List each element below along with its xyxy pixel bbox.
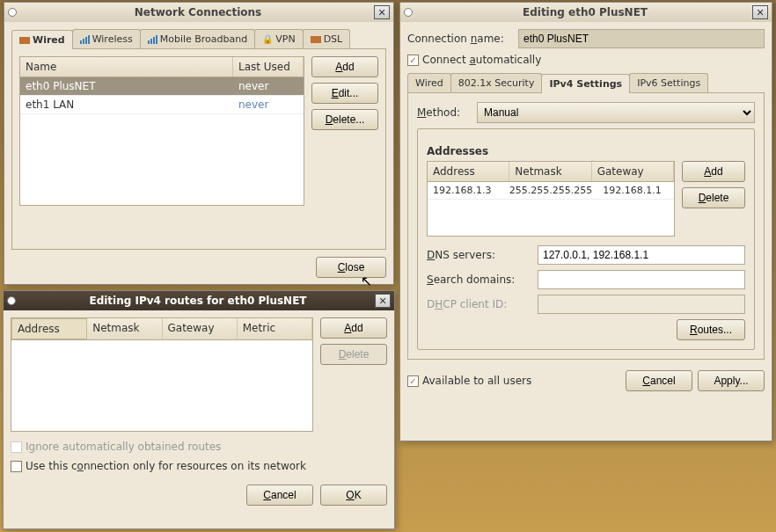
- available-all-users-checkbox[interactable]: [407, 375, 419, 387]
- window-network-connections: Network Connections ✕ Wired Wireless Mob…: [4, 2, 394, 285]
- dns-servers-input[interactable]: [538, 245, 745, 265]
- window-title: Editing IPv4 routes for eth0 PlusNET: [21, 295, 375, 307]
- window-menu-icon[interactable]: [7, 296, 16, 305]
- dhcp-client-id-label: DHCP client ID:: [427, 298, 531, 310]
- tab-dsl[interactable]: DSL: [303, 29, 351, 48]
- close-icon[interactable]: ✕: [375, 294, 391, 308]
- connection-type-tabs: Wired Wireless Mobile Broadband 🔒VPN DSL: [11, 29, 386, 49]
- col-gateway[interactable]: Gateway: [163, 318, 238, 339]
- addresses-heading: Addresses: [427, 145, 745, 157]
- close-icon[interactable]: ✕: [752, 5, 768, 19]
- only-resources-checkbox[interactable]: [11, 461, 22, 472]
- titlebar[interactable]: Editing IPv4 routes for eth0 PlusNET ✕: [4, 291, 394, 310]
- tab-ipv4[interactable]: IPv4 Settings: [541, 74, 630, 93]
- titlebar[interactable]: Editing eth0 PlusNET ✕: [400, 3, 772, 22]
- col-address[interactable]: Address: [11, 318, 87, 339]
- close-icon[interactable]: ✕: [374, 5, 390, 19]
- search-domains-input[interactable]: [538, 270, 745, 289]
- connections-table[interactable]: Name Last Used eth0 PlusNET never eth1 L…: [19, 56, 304, 206]
- col-last-used[interactable]: Last Used: [233, 57, 304, 77]
- tab-ipv6[interactable]: IPv6 Settings: [629, 73, 708, 92]
- window-title: Editing eth0 PlusNET: [418, 6, 752, 18]
- ignore-routes-label: Ignore automatically obtained routes: [26, 441, 221, 453]
- delete-address-button[interactable]: Delete: [682, 187, 745, 208]
- col-name[interactable]: Name: [20, 57, 233, 77]
- wired-icon: [19, 37, 30, 44]
- dsl-icon: [311, 36, 321, 43]
- connect-automatically-checkbox[interactable]: [407, 55, 419, 66]
- available-all-users-label: Available to all users: [422, 375, 531, 387]
- cancel-button[interactable]: Cancel: [246, 485, 313, 506]
- ignore-routes-checkbox: [11, 441, 22, 453]
- edit-button[interactable]: Edit...: [311, 83, 378, 104]
- col-gateway[interactable]: Gateway: [592, 162, 674, 181]
- window-editing-connection: Editing eth0 PlusNET ✕ Connection name: …: [399, 2, 772, 441]
- ok-button[interactable]: OK: [320, 485, 387, 506]
- tab-vpn[interactable]: 🔒VPN: [254, 29, 303, 48]
- connection-name-input[interactable]: [518, 29, 765, 48]
- method-label: Method:: [417, 106, 470, 119]
- apply-button[interactable]: Apply...: [698, 370, 765, 391]
- col-netmask[interactable]: Netmask: [87, 318, 162, 339]
- routes-button[interactable]: Routes...: [677, 319, 745, 340]
- tab-wireless[interactable]: Wireless: [72, 29, 141, 48]
- tab-8021x[interactable]: 802.1x Security: [450, 73, 543, 92]
- table-row[interactable]: 192.168.1.3 255.255.255.255 192.168.1.1: [428, 182, 674, 200]
- window-ipv4-routes: Editing IPv4 routes for eth0 PlusNET ✕ A…: [3, 290, 395, 529]
- routes-table[interactable]: Address Netmask Gateway Metric: [11, 317, 313, 432]
- mobile-icon: [148, 35, 157, 44]
- settings-tabs: Wired 802.1x Security IPv4 Settings IPv6…: [407, 73, 765, 93]
- table-row[interactable]: eth0 PlusNET never: [20, 77, 304, 96]
- search-domains-label: Search domains:: [427, 273, 531, 286]
- col-address[interactable]: Address: [428, 162, 509, 181]
- tab-wired[interactable]: Wired: [11, 30, 73, 49]
- tab-mobile-broadband[interactable]: Mobile Broadband: [140, 29, 256, 48]
- addresses-table[interactable]: Address Netmask Gateway 192.168.1.3 255.…: [427, 161, 675, 237]
- connection-name-label: Connection name:: [407, 33, 511, 45]
- method-select[interactable]: Manual: [477, 102, 755, 123]
- connect-automatically-label: Connect automatically: [422, 54, 541, 66]
- delete-route-button: Delete: [320, 344, 387, 365]
- titlebar[interactable]: Network Connections ✕: [4, 3, 393, 22]
- dns-label: DNS servers:: [427, 249, 531, 261]
- col-netmask[interactable]: Netmask: [509, 162, 591, 181]
- only-resources-label: Use this connection only for resources o…: [26, 460, 306, 472]
- tab-wired-settings[interactable]: Wired: [407, 73, 451, 92]
- delete-button[interactable]: Delete...: [311, 109, 378, 130]
- add-button[interactable]: Add: [311, 56, 378, 77]
- col-metric[interactable]: Metric: [238, 318, 312, 339]
- wireless-icon: [80, 35, 90, 44]
- window-menu-icon[interactable]: [404, 8, 413, 17]
- lock-icon: 🔒: [262, 34, 273, 44]
- add-address-button[interactable]: Add: [682, 161, 745, 182]
- add-route-button[interactable]: Add: [320, 317, 387, 339]
- close-button[interactable]: Close: [316, 257, 386, 278]
- window-menu-icon[interactable]: [8, 8, 17, 17]
- dhcp-client-id-input: [538, 295, 745, 314]
- table-row[interactable]: eth1 LAN never: [20, 96, 304, 114]
- window-title: Network Connections: [22, 6, 374, 18]
- cancel-button[interactable]: Cancel: [626, 370, 692, 391]
